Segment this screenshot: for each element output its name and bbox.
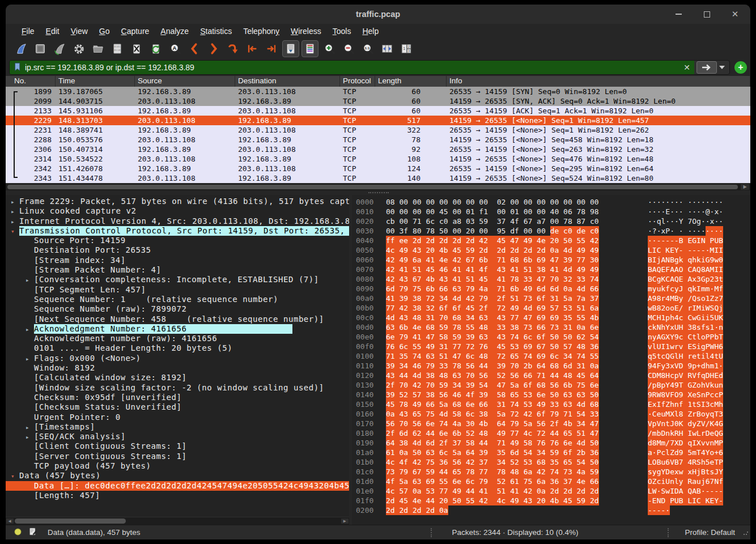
detail-line[interactable]: [Calculated window size: 8192] <box>6 373 349 382</box>
packet-row-2133[interactable]: 2133145.931106192.168.3.89203.0.113.108T… <box>6 106 750 116</box>
go-last-button[interactable] <box>263 40 280 57</box>
detail-line[interactable]: [Window size scaling factor: -2 (no wind… <box>6 383 349 393</box>
capture-restart-button[interactable] <box>51 40 68 57</box>
menu-analyze[interactable]: Analyze <box>155 25 194 37</box>
menu-help[interactable]: Help <box>356 25 384 37</box>
details-hscrollbar[interactable]: ◀ ▶ <box>6 517 349 525</box>
column-info[interactable]: Info <box>447 76 750 87</box>
detail-line[interactable]: Sequence Number (raw): 7899072 <box>6 304 349 314</box>
layout-123-button[interactable]: 123 <box>398 40 415 57</box>
profile-status[interactable]: Profile: Default <box>669 528 743 537</box>
detail-line[interactable]: Urgent Pointer: 0 <box>6 413 349 422</box>
colorize-button[interactable] <box>301 40 318 57</box>
packet-row-2306[interactable]: 2306150.407314192.168.3.89203.0.113.108T… <box>6 144 750 154</box>
expand-arrow-icon[interactable]: ▸ <box>26 423 34 432</box>
detail-line[interactable]: [Client Contiguous Streams: 1] <box>6 441 349 451</box>
maximize-button[interactable] <box>703 10 711 18</box>
filter-input[interactable]: ip.src == 192.168.3.89 or ip.dst == 192.… <box>10 61 679 74</box>
hex-row-0150[interactable]: 015045 78 49 66 5a 68 6e 66 31 74 53 49 … <box>356 400 750 409</box>
detail-line[interactable]: Source Port: 14159 <box>6 236 349 245</box>
file-save-button[interactable]: 01010110 <box>109 40 126 57</box>
detail-line[interactable]: Acknowledgment number (raw): 4161656 <box>6 334 349 343</box>
filter-dropdown-icon[interactable] <box>719 66 725 69</box>
auto-scroll-button[interactable] <box>282 40 299 57</box>
menu-statistics[interactable]: Statistics <box>194 25 237 37</box>
detail-line[interactable]: Window: 8192 <box>6 363 349 373</box>
hex-row-0070[interactable]: 007042 41 51 45 46 41 41 4f 43 41 51 38 … <box>356 265 750 274</box>
reload-button[interactable] <box>147 40 164 57</box>
hex-row-0080[interactable]: 008042 43 67 4b 43 41 51 45 41 78 33 47 … <box>356 274 750 284</box>
column-destination[interactable]: Destination <box>235 76 340 87</box>
hex-row-01e0[interactable]: 01e04c 57 0a 53 77 49 44 41 51 41 42 0a … <box>356 486 750 496</box>
detail-line[interactable]: ▸[SEQ/ACK analysis] <box>6 432 349 441</box>
detail-line[interactable]: [Server Contiguous Streams: 1] <box>6 452 349 461</box>
scrollbar-thumb[interactable] <box>7 185 738 189</box>
expert-info-icon[interactable] <box>14 528 22 538</box>
detail-line[interactable]: ▾Data (457 bytes) <box>6 471 349 481</box>
packet-row-2229[interactable]: 2229148.313703203.0.113.108192.168.3.89T… <box>6 116 750 125</box>
hex-row-00f0[interactable]: 00f076 6c 55 49 31 77 72 76 45 53 69 67 … <box>356 342 750 351</box>
packet-row-2342[interactable]: 2342151.426078192.168.3.89203.0.113.108T… <box>6 164 750 173</box>
detail-line[interactable]: [Length: 457] <box>6 491 349 500</box>
go-next-button[interactable] <box>205 40 222 57</box>
expand-arrow-icon[interactable]: ▸ <box>26 354 34 363</box>
hex-row-0180[interactable]: 01802f 6d 62 44 6e 6b 52 48 49 77 4c 72 … <box>356 428 750 438</box>
hex-row-0040[interactable]: 0040ff ee 2d 2d 2d 2d 2d 42 45 47 49 4e … <box>356 236 750 245</box>
scrollbar-thumb[interactable] <box>15 518 126 524</box>
packet-list-hscrollbar[interactable]: ▶ <box>6 183 750 190</box>
hex-row-0160[interactable]: 01600a 43 65 75 4d 58 6c 38 5a 72 42 6f … <box>356 409 750 419</box>
expand-arrow-icon[interactable]: ▸ <box>26 325 34 334</box>
hex-row-0190[interactable]: 019064 38 4d 6d 2f 37 58 44 71 49 58 76 … <box>356 438 750 448</box>
menu-view[interactable]: View <box>65 25 94 37</box>
hex-row-0020[interactable]: 0020cb 00 71 6c c0 a8 03 59 37 4f 67 a7 … <box>356 216 750 226</box>
find-packet-button[interactable]: A <box>167 40 184 57</box>
hex-row-00e0[interactable]: 00e06e 79 41 47 58 59 39 63 43 74 6c 6f … <box>356 332 750 342</box>
bookmark-icon[interactable] <box>12 62 23 74</box>
hex-row-0110[interactable]: 011039 34 46 79 33 78 56 44 39 70 2b 64 … <box>356 361 750 371</box>
close-button[interactable]: ✕ <box>731 10 739 18</box>
detail-line[interactable]: TCP payload (457 bytes) <box>6 461 349 471</box>
expand-arrow-icon[interactable]: ▸ <box>11 207 19 216</box>
detail-line[interactable]: ▸Flags: 0x000 (<None>) <box>6 354 349 363</box>
hex-row-0030[interactable]: 003000 3f 80 78 50 00 20 00 95 df 00 00 … <box>356 226 750 236</box>
detail-line[interactable]: ▸Linux cooked capture v2 <box>6 206 349 216</box>
go-first-button[interactable] <box>244 40 261 57</box>
scroll-right-icon[interactable]: ▶ <box>341 518 349 524</box>
hex-row-01a0[interactable]: 01a061 0a 50 63 6c 5a 64 39 35 6d 54 34 … <box>356 448 750 457</box>
hex-row-00d0[interactable]: 00d063 6b 4e 68 59 78 55 48 33 38 73 66 … <box>356 322 750 332</box>
minimize-button[interactable] <box>674 10 682 18</box>
hex-row-01c0[interactable]: 01c073 79 67 59 44 65 78 77 78 48 6a 42 … <box>356 467 750 477</box>
display-filter-field[interactable]: ip.src == 192.168.3.89 or ip.dst == 192.… <box>9 60 730 75</box>
detail-line[interactable]: [Next Sequence Number: 458 (relative seq… <box>6 314 349 324</box>
hex-row-0200[interactable]: 02002d 2d 2d 2d 0a----· <box>356 505 750 515</box>
hex-row-0010[interactable]: 001000 00 00 00 45 00 01 f1 00 01 00 00 … <box>356 207 750 216</box>
menu-telephony[interactable]: Telephony <box>237 25 285 37</box>
detail-line[interactable]: 0101 .... = Header Length: 20 bytes (5) <box>6 343 349 353</box>
hex-row-0170[interactable]: 017056 70 56 6e 74 4a 30 4b 64 79 5a 56 … <box>356 419 750 428</box>
detail-line[interactable]: [TCP Segment Len: 457] <box>6 285 349 295</box>
column-protocol[interactable]: Protocol <box>340 76 375 87</box>
detail-line[interactable]: [Stream index: 34] <box>6 256 349 265</box>
capture-comment-icon[interactable] <box>28 527 37 538</box>
detail-line[interactable]: Sequence Number: 1 (relative sequence nu… <box>6 295 349 304</box>
detail-line[interactable]: Data […]: dec0dec0ffee2d2d2d2d2d42454749… <box>6 481 349 491</box>
column-source[interactable]: Source <box>135 76 235 87</box>
zoom-out-button[interactable] <box>340 40 357 57</box>
packet-row-2231[interactable]: 2231148.389741192.168.3.89203.0.113.108T… <box>6 125 750 135</box>
capture-stop-button[interactable] <box>32 40 49 57</box>
detail-line[interactable]: ▸[Timestamps] <box>6 422 349 432</box>
detail-line[interactable]: [Checksum Status: Unverified] <box>6 402 349 412</box>
packet-row-1899[interactable]: 1899139.187065192.168.3.89203.0.113.108T… <box>6 87 750 96</box>
column-time[interactable]: Time <box>56 76 135 87</box>
detail-line[interactable]: ▸Internet Protocol Version 4, Src: 203.0… <box>6 216 349 226</box>
pane-splitter[interactable] <box>6 190 750 195</box>
expand-arrow-icon[interactable]: ▸ <box>26 432 34 441</box>
detail-line[interactable]: ▸Frame 2229: Packet, 517 bytes on wire (… <box>6 197 349 206</box>
hex-row-00a0[interactable]: 00a041 39 38 72 34 4d 42 79 2f 51 73 6f … <box>356 294 750 303</box>
hex-row-0120[interactable]: 012043 44 4d 38 48 63 70 56 52 56 66 71 … <box>356 371 750 380</box>
file-close-button[interactable] <box>128 40 145 57</box>
hex-row-0130[interactable]: 01302f 70 42 70 59 34 39 54 47 5a 6f 68 … <box>356 380 750 390</box>
hex-row-01b0[interactable]: 01b04c 4f 42 75 36 56 42 37 34 52 53 68 … <box>356 457 750 467</box>
hex-row-00c0[interactable]: 00c04d 43 48 31 70 68 34 63 43 77 47 69 … <box>356 313 750 322</box>
hex-row-00b0[interactable]: 00b077 42 38 32 6f 6f 45 2f 72 49 4d 69 … <box>356 303 750 313</box>
